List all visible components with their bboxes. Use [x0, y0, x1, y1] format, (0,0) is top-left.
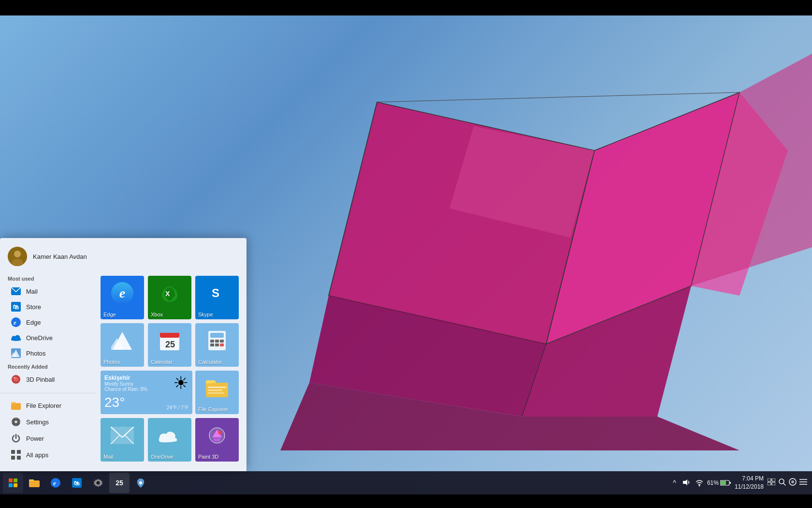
svg-rect-28	[11, 403, 21, 410]
tile-paint3d[interactable]: Paint 3D	[195, 418, 239, 462]
search-icon[interactable]	[778, 478, 786, 488]
tile-xbox[interactable]: X Xbox	[148, 276, 191, 319]
svg-point-15	[14, 251, 21, 257]
svg-point-74	[139, 481, 142, 484]
app-item-3dpinball[interactable]: 3D Pinball	[8, 372, 89, 387]
svg-rect-79	[730, 482, 731, 484]
tile-mail-label: Mail	[101, 452, 144, 462]
svg-rect-78	[721, 481, 726, 485]
mail-icon	[11, 286, 21, 297]
svg-rect-83	[772, 482, 775, 485]
tray-volume[interactable]	[680, 478, 692, 489]
app-item-store[interactable]: 🛍 Store	[8, 299, 89, 314]
taskbar-file-explorer[interactable]	[24, 473, 44, 493]
taskbar-store[interactable]: 🛍	[67, 473, 87, 493]
app-list: Most used Mail	[0, 271, 97, 389]
svg-rect-34	[11, 456, 15, 460]
settings-icon	[11, 417, 21, 427]
tile-calendar[interactable]: 25 Calendar	[148, 323, 191, 367]
svg-text:e: e	[14, 319, 16, 326]
svg-line-85	[783, 483, 785, 485]
desktop-wallpaper-art	[280, 15, 812, 489]
taskbar-maps[interactable]	[130, 473, 151, 493]
svg-text:e: e	[53, 479, 56, 487]
tray-chevron[interactable]: ^	[671, 478, 678, 488]
clock-time: 7:04 PM	[735, 475, 764, 483]
tile-p3d-label: Paint 3D	[195, 452, 239, 462]
nav-file-explorer[interactable]: File Explorer	[8, 397, 89, 414]
nav-all-apps[interactable]: All apps	[8, 447, 89, 463]
svg-rect-47	[210, 333, 224, 338]
tile-skype[interactable]: S Skype	[195, 276, 239, 319]
tile-edge-label: Edge	[101, 310, 144, 319]
clock[interactable]: 7:04 PM 11/12/2018	[735, 475, 764, 491]
app-label-mail: Mail	[26, 288, 38, 295]
taskbar: e 🛍 25	[0, 471, 812, 494]
taskbar-calendar[interactable]: 25	[109, 473, 130, 493]
nav-label-power: Power	[26, 435, 44, 442]
app-label-photos: Photos	[26, 350, 45, 357]
tile-mail[interactable]: Mail	[101, 418, 144, 462]
most-used-label: Most used	[8, 276, 89, 282]
svg-point-27	[14, 377, 15, 379]
svg-rect-33	[17, 450, 21, 454]
svg-rect-64	[14, 478, 17, 482]
nav-label-file-explorer: File Explorer	[26, 402, 61, 409]
avatar[interactable]	[8, 247, 27, 266]
tile-fe-label: File Explorer	[195, 404, 239, 414]
bottom-nav: File Explorer Settings	[0, 393, 97, 463]
tile-onedrive[interactable]: OneDrive	[148, 418, 191, 462]
taskbar-edge[interactable]: e	[45, 473, 66, 493]
app-item-photos[interactable]: Photos	[8, 345, 89, 361]
app-label-onedrive: OneDrive	[26, 334, 53, 342]
svg-rect-81	[772, 478, 775, 481]
tile-edge[interactable]: e Edge	[101, 276, 144, 319]
svg-rect-29	[11, 402, 16, 403]
tile-file-explorer[interactable]: File Explorer	[195, 371, 239, 414]
tile-calc-label: Calculator	[195, 357, 239, 367]
user-section: Kamer Kaan Avdan	[0, 238, 246, 271]
edge-icon-sm: e	[11, 317, 21, 328]
taskbar-action-icons	[768, 478, 807, 488]
svg-text:🛍: 🛍	[13, 303, 19, 311]
weather-desc2: Chance of Rain: 0%	[104, 387, 147, 392]
taskbar-left: e 🛍 25	[0, 473, 151, 493]
tile-od-label: OneDrive	[148, 452, 191, 462]
svg-text:S: S	[212, 286, 219, 299]
svg-point-73	[97, 481, 100, 485]
weather-desc: Mostly Sunny	[104, 381, 147, 387]
tray-wifi[interactable]	[694, 478, 705, 489]
tile-calculator[interactable]: Calculator	[195, 323, 239, 367]
app-item-edge[interactable]: e Edge	[8, 314, 89, 330]
photos-icon	[11, 348, 21, 359]
notification-icon[interactable]	[799, 478, 807, 487]
nav-label-settings: Settings	[26, 418, 49, 426]
svg-rect-67	[29, 480, 40, 487]
app-label-store: Store	[26, 303, 41, 311]
task-view-icon[interactable]	[768, 478, 775, 487]
taskbar-right: ^ 61%	[671, 475, 812, 491]
svg-rect-51	[210, 344, 214, 346]
edge-tile-icon: e	[111, 282, 133, 304]
svg-rect-55	[208, 387, 226, 388]
svg-rect-44	[160, 333, 179, 336]
tray-battery[interactable]: 61%	[707, 479, 731, 486]
all-apps-icon	[11, 449, 21, 460]
start-button[interactable]	[3, 473, 23, 493]
svg-point-87	[791, 480, 794, 483]
clock-date: 11/12/2018	[735, 483, 764, 491]
svg-rect-65	[9, 483, 13, 487]
taskbar-settings[interactable]	[88, 473, 108, 493]
tile-photos[interactable]: Photos	[101, 323, 144, 367]
file-explorer-icon	[11, 400, 21, 411]
svg-rect-50	[220, 340, 224, 343]
user-name: Kamer Kaan Avdan	[33, 253, 87, 260]
cortana-icon[interactable]	[789, 478, 797, 488]
svg-marker-75	[683, 479, 687, 485]
app-item-mail[interactable]: Mail	[8, 284, 89, 299]
svg-rect-32	[11, 450, 15, 454]
app-item-onedrive[interactable]: OneDrive	[8, 330, 89, 345]
nav-settings[interactable]: Settings	[8, 414, 89, 430]
tile-weather[interactable]: Eskişehir Mostly Sunny Chance of Rain: 0…	[101, 371, 192, 414]
nav-power[interactable]: Power	[8, 430, 89, 447]
